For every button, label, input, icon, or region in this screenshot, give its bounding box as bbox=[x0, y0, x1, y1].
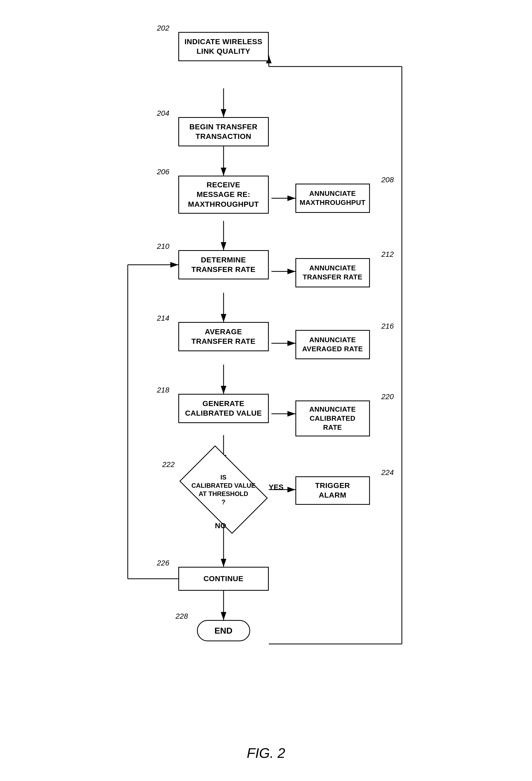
box-trigger-alarm: TRIGGER ALARM bbox=[295, 476, 370, 505]
label-212: 212 bbox=[381, 250, 394, 259]
node-208: 208 ANNUNCIATE MAXTHROUGHPUT bbox=[295, 183, 370, 213]
box-annunciate-transfer: ANNUNCIATE TRANSFER RATE bbox=[295, 258, 370, 287]
node-216: 216 ANNUNCIATE AVERAGED RATE bbox=[295, 330, 370, 359]
label-218: 218 bbox=[157, 386, 169, 394]
node-218: 218 GENERATE CALIBRATED VALUE bbox=[178, 394, 269, 423]
node-212: 212 ANNUNCIATE TRANSFER RATE bbox=[295, 258, 370, 287]
label-220: 220 bbox=[381, 393, 394, 401]
box-annunciate-avg: ANNUNCIATE AVERAGED RATE bbox=[295, 330, 370, 359]
node-222: 222 IS CALIBRATED VALUE AT THRESHOLD ? bbox=[183, 463, 263, 516]
label-226: 226 bbox=[157, 559, 169, 567]
no-label: NO bbox=[215, 522, 226, 530]
page: 202 INDICATE WIRELESS LINK QUALITY 204 B… bbox=[0, 0, 532, 781]
diamond-calibrated-threshold: IS CALIBRATED VALUE AT THRESHOLD ? bbox=[183, 463, 263, 516]
diagram-container: 202 INDICATE WIRELESS LINK QUALITY 204 B… bbox=[93, 16, 439, 734]
label-210: 210 bbox=[157, 242, 169, 251]
node-202: 202 INDICATE WIRELESS LINK QUALITY bbox=[178, 32, 269, 61]
node-206: 206 RECEIVE MESSAGE RE: MAXTHROUGHPUT bbox=[178, 176, 269, 214]
label-224: 224 bbox=[381, 468, 394, 477]
box-receive-message: RECEIVE MESSAGE RE: MAXTHROUGHPUT bbox=[178, 176, 269, 214]
box-average-transfer: AVERAGE TRANSFER RATE bbox=[178, 322, 269, 351]
diamond-label: IS CALIBRATED VALUE AT THRESHOLD ? bbox=[191, 473, 255, 506]
box-continue: CONTINUE bbox=[178, 567, 269, 591]
node-210: 210 DETERMINE TRANSFER RATE bbox=[178, 250, 269, 279]
label-214: 214 bbox=[157, 314, 169, 323]
label-202: 202 bbox=[157, 24, 169, 33]
node-226: 226 CONTINUE bbox=[178, 567, 269, 591]
label-208: 208 bbox=[381, 176, 394, 184]
box-annunciate-calibrated: ANNUNCIATE CALIBRATED RATE bbox=[295, 401, 370, 437]
box-generate-calibrated: GENERATE CALIBRATED VALUE bbox=[178, 394, 269, 423]
box-indicate-wireless: INDICATE WIRELESS LINK QUALITY bbox=[178, 32, 269, 61]
label-228: 228 bbox=[176, 612, 188, 621]
label-204: 204 bbox=[157, 109, 169, 118]
node-220: 220 ANNUNCIATE CALIBRATED RATE bbox=[295, 401, 370, 437]
box-determine-transfer: DETERMINE TRANSFER RATE bbox=[178, 250, 269, 279]
node-228: 228 END bbox=[197, 620, 250, 641]
box-annunciate-max: ANNUNCIATE MAXTHROUGHPUT bbox=[295, 183, 370, 213]
yes-label: YES bbox=[269, 483, 284, 491]
label-216: 216 bbox=[381, 322, 394, 330]
node-214: 214 AVERAGE TRANSFER RATE bbox=[178, 322, 269, 351]
figure-label: FIG. 2 bbox=[247, 745, 285, 761]
label-222: 222 bbox=[162, 460, 175, 469]
box-end: END bbox=[197, 620, 250, 641]
label-206: 206 bbox=[157, 168, 169, 176]
node-224: 224 TRIGGER ALARM bbox=[295, 476, 370, 505]
node-204: 204 BEGIN TRANSFER TRANSACTION bbox=[178, 117, 269, 147]
box-begin-transfer: BEGIN TRANSFER TRANSACTION bbox=[178, 117, 269, 147]
